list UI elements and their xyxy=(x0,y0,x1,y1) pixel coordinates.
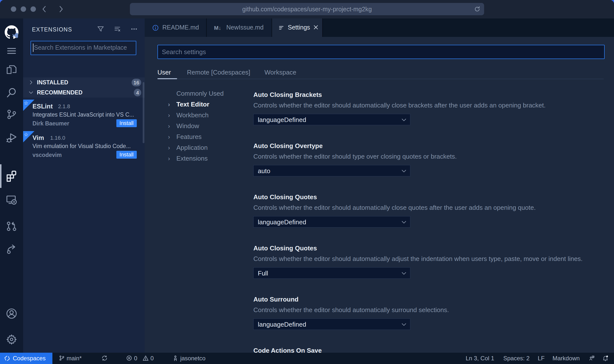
codespaces-status-item[interactable]: Codespaces xyxy=(0,353,52,364)
extension-row-vim[interactable]: ☆ Vim 1.16.0 Vim emulation for Visual St… xyxy=(23,131,145,163)
pull-requests-icon[interactable] xyxy=(6,220,17,232)
extensions-icon[interactable] xyxy=(6,170,17,182)
feedback-icon[interactable] xyxy=(588,355,595,362)
chevron-right-icon: › xyxy=(168,110,176,121)
chevron-right-icon: › xyxy=(168,99,176,110)
filter-icon[interactable] xyxy=(97,25,104,33)
section-label: INSTALLED xyxy=(37,79,68,86)
settings-gear-icon[interactable] xyxy=(6,334,17,345)
more-actions-icon[interactable] xyxy=(130,25,138,33)
tab-readme[interactable]: README.md xyxy=(145,18,207,37)
chevron-down-icon xyxy=(28,90,34,95)
chevron-right-icon: › xyxy=(168,142,176,153)
setting-description: Controls whether the editor should autom… xyxy=(253,255,583,263)
setting-dropdown[interactable]: auto xyxy=(253,165,410,176)
share-icon[interactable] xyxy=(6,243,17,255)
setting-auto-surround: Auto Surround Controls whether the edito… xyxy=(253,295,605,346)
setting-description: Controls whether the editor should type … xyxy=(253,153,457,160)
traffic-light-close[interactable] xyxy=(11,6,16,12)
scope-tab-workspace[interactable]: Workspace xyxy=(264,69,296,76)
scope-tab-remote[interactable]: Remote [Codespaces] xyxy=(187,69,250,76)
editor-area: README.md M↓ NewIssue.md Settings xyxy=(145,18,614,353)
run-debug-icon[interactable] xyxy=(6,132,17,144)
sidebar-scrollbar[interactable] xyxy=(143,82,144,143)
setting-title: Auto Closing Brackets xyxy=(253,91,322,99)
close-icon[interactable] xyxy=(312,24,319,31)
settings-search-placeholder: Search settings xyxy=(162,48,206,56)
setting-dropdown[interactable]: languageDefined xyxy=(253,114,410,125)
setting-dropdown[interactable]: languageDefined xyxy=(253,318,410,330)
dropdown-value: languageDefined xyxy=(258,321,306,328)
section-installed[interactable]: INSTALLED 16 xyxy=(23,77,145,88)
indentation-status-item[interactable]: Spaces: 2 xyxy=(503,355,530,362)
setting-title: Auto Closing Quotes xyxy=(253,244,317,252)
cursor-position-status-item[interactable]: Ln 3, Col 1 xyxy=(466,355,494,362)
problems-status-item[interactable]: 0 0 xyxy=(126,355,154,362)
back-arrow-icon[interactable] xyxy=(40,4,49,14)
person-icon xyxy=(172,355,179,361)
menu-icon[interactable] xyxy=(6,45,17,57)
chevron-down-icon xyxy=(401,321,407,328)
toc-item-application[interactable]: ›Application xyxy=(168,142,249,153)
language-status-item[interactable]: Markdown xyxy=(553,355,580,362)
eol-status-item[interactable]: LF xyxy=(538,355,545,362)
traffic-light-minimize[interactable] xyxy=(21,6,26,12)
toc-item-window[interactable]: ›Window xyxy=(168,121,249,131)
branch-status-item[interactable]: main* xyxy=(59,355,82,362)
settings-list-icon xyxy=(278,24,285,31)
account-icon[interactable] xyxy=(6,308,17,319)
install-button[interactable]: Install xyxy=(116,151,137,159)
traffic-light-zoom[interactable] xyxy=(31,6,36,12)
dropdown-value: languageDefined xyxy=(258,218,306,226)
chevron-right-icon: › xyxy=(168,121,176,132)
info-icon xyxy=(152,24,159,31)
toc-item-commonly-used[interactable]: Commonly Used xyxy=(168,88,249,99)
chevron-right-icon: › xyxy=(168,153,176,164)
setting-dropdown[interactable]: Full xyxy=(253,267,410,279)
user-status-item[interactable]: jasonetco xyxy=(172,355,205,362)
dropdown-value: auto xyxy=(258,167,270,175)
setting-description: Controls whether the editor should autom… xyxy=(253,102,546,109)
tab-label: README.md xyxy=(162,24,199,31)
install-button[interactable]: Install xyxy=(116,119,137,127)
clear-all-icon[interactable] xyxy=(114,25,121,33)
section-label: RECOMMENDED xyxy=(37,89,82,96)
active-view-indicator xyxy=(0,164,1,188)
sync-status-item[interactable] xyxy=(101,355,108,362)
toc-item-workbench[interactable]: ›Workbench xyxy=(168,110,249,121)
toc-item-text-editor[interactable]: ›Text Editor xyxy=(168,99,249,110)
extension-version: 2.1.8 xyxy=(58,103,70,110)
setting-description: Controls whether the editor should autom… xyxy=(253,204,536,212)
tab-newissue[interactable]: M↓ NewIssue.md xyxy=(207,18,272,37)
scope-tab-user[interactable]: User xyxy=(157,69,171,76)
remote-explorer-icon[interactable] xyxy=(6,194,17,206)
explorer-icon[interactable] xyxy=(6,64,17,76)
tab-label: Settings xyxy=(288,24,310,31)
setting-auto-closing-brackets: Auto Closing Brackets Controls whether t… xyxy=(253,91,605,142)
setting-dropdown[interactable]: languageDefined xyxy=(253,216,410,228)
extensions-search-placeholder: Search Extensions in Marketplace xyxy=(34,44,127,51)
setting-auto-indent: Auto Closing Quotes Controls whether the… xyxy=(253,244,605,295)
setting-auto-closing-overtype: Auto Closing Overtype Controls whether t… xyxy=(253,142,605,193)
url-bar[interactable]: github.com/codespaces/user-my-project-mg… xyxy=(130,3,484,15)
source-control-icon[interactable] xyxy=(6,108,17,120)
settings-search-input[interactable]: Search settings xyxy=(157,45,605,59)
active-tab-underline xyxy=(157,78,177,79)
toc-item-extensions[interactable]: ›Extensions xyxy=(168,153,249,164)
setting-title: Auto Closing Quotes xyxy=(253,193,317,201)
settings-toc: Commonly Used ›Text Editor ›Workbench ›W… xyxy=(168,88,249,164)
forward-arrow-icon[interactable] xyxy=(56,4,65,14)
browser-window: github.com/codespaces/user-my-project-mg… xyxy=(0,0,614,364)
tabs-divider xyxy=(157,79,604,79)
extension-row-eslint[interactable]: ☆ ESLint 2.1.8 Integrates ESLint JavaScr… xyxy=(23,100,145,131)
search-icon[interactable] xyxy=(6,87,17,99)
bell-icon[interactable] xyxy=(602,355,609,362)
main-area: EXTENSIONS Search Extensions in Marketpl… xyxy=(0,18,614,353)
activity-bar xyxy=(0,18,23,353)
reload-icon[interactable] xyxy=(474,6,481,13)
section-recommended[interactable]: RECOMMENDED 4 xyxy=(23,88,145,98)
tab-settings[interactable]: Settings xyxy=(272,18,323,37)
github-codespaces-logo-icon xyxy=(5,25,18,39)
extensions-search-input[interactable]: Search Extensions in Marketplace xyxy=(31,41,136,55)
toc-item-features[interactable]: ›Features xyxy=(168,131,249,142)
